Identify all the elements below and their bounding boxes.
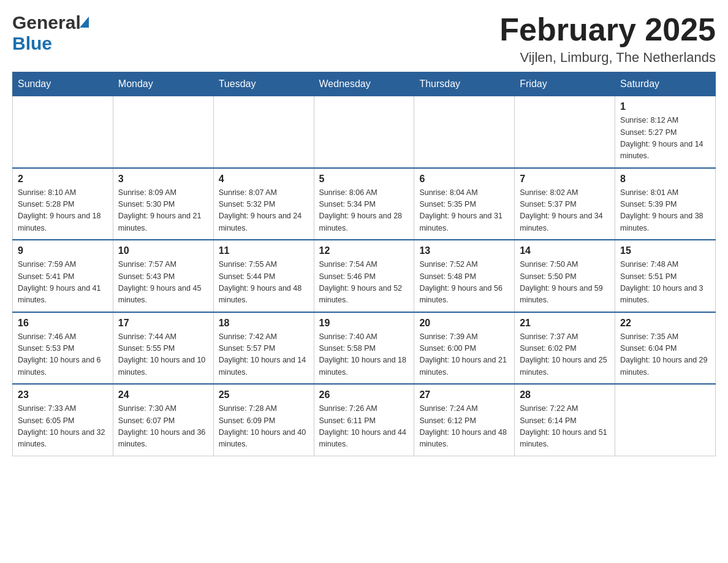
calendar-cell: 15Sunrise: 7:48 AMSunset: 5:51 PMDayligh… (615, 240, 716, 312)
day-info: Sunrise: 8:04 AMSunset: 5:35 PMDaylight:… (419, 187, 509, 235)
day-info: Sunrise: 7:30 AMSunset: 6:07 PMDaylight:… (118, 403, 208, 451)
calendar-cell: 6Sunrise: 8:04 AMSunset: 5:35 PMDaylight… (414, 168, 515, 240)
calendar-week-row: 2Sunrise: 8:10 AMSunset: 5:28 PMDaylight… (13, 168, 716, 240)
logo: General Blue (12, 12, 89, 54)
calendar-cell: 22Sunrise: 7:35 AMSunset: 6:04 PMDayligh… (615, 312, 716, 385)
calendar-cell: 19Sunrise: 7:40 AMSunset: 5:58 PMDayligh… (314, 312, 414, 385)
day-number: 22 (620, 318, 710, 329)
day-number: 6 (419, 174, 509, 185)
day-number: 27 (419, 389, 509, 400)
calendar-header-wednesday: Wednesday (314, 72, 414, 96)
calendar-cell: 23Sunrise: 7:33 AMSunset: 6:05 PMDayligh… (13, 384, 113, 456)
day-number: 2 (18, 174, 108, 185)
day-number: 10 (118, 245, 208, 256)
day-number: 14 (520, 245, 610, 256)
day-number: 23 (18, 389, 108, 400)
day-info: Sunrise: 7:48 AMSunset: 5:51 PMDaylight:… (620, 259, 710, 307)
day-number: 4 (219, 174, 309, 185)
calendar-cell: 26Sunrise: 7:26 AMSunset: 6:11 PMDayligh… (314, 384, 414, 456)
day-info: Sunrise: 7:50 AMSunset: 5:50 PMDaylight:… (520, 259, 610, 307)
day-info: Sunrise: 7:24 AMSunset: 6:12 PMDaylight:… (419, 403, 509, 451)
day-number: 1 (620, 101, 710, 112)
calendar-cell: 14Sunrise: 7:50 AMSunset: 5:50 PMDayligh… (515, 240, 615, 312)
day-info: Sunrise: 8:06 AMSunset: 5:34 PMDaylight:… (319, 187, 409, 235)
calendar-cell: 21Sunrise: 7:37 AMSunset: 6:02 PMDayligh… (515, 312, 615, 385)
calendar-cell: 2Sunrise: 8:10 AMSunset: 5:28 PMDaylight… (13, 168, 113, 240)
calendar-cell: 28Sunrise: 7:22 AMSunset: 6:14 PMDayligh… (515, 384, 615, 456)
day-number: 28 (520, 389, 610, 400)
calendar-week-row: 9Sunrise: 7:59 AMSunset: 5:41 PMDaylight… (13, 240, 716, 312)
day-number: 3 (118, 174, 208, 185)
calendar-cell: 7Sunrise: 8:02 AMSunset: 5:37 PMDaylight… (515, 168, 615, 240)
calendar-header-sunday: Sunday (13, 72, 113, 96)
day-info: Sunrise: 7:46 AMSunset: 5:53 PMDaylight:… (18, 331, 108, 379)
calendar-header-tuesday: Tuesday (213, 72, 314, 96)
day-number: 19 (319, 318, 409, 329)
calendar-header-monday: Monday (113, 72, 213, 96)
logo-general-text: General (12, 12, 81, 33)
day-number: 9 (18, 245, 108, 256)
calendar-cell: 8Sunrise: 8:01 AMSunset: 5:39 PMDaylight… (615, 168, 716, 240)
calendar-header-thursday: Thursday (414, 72, 515, 96)
calendar-cell (615, 384, 716, 456)
day-info: Sunrise: 7:44 AMSunset: 5:55 PMDaylight:… (118, 331, 208, 379)
day-info: Sunrise: 8:10 AMSunset: 5:28 PMDaylight:… (18, 187, 108, 235)
day-number: 20 (419, 318, 509, 329)
day-info: Sunrise: 8:01 AMSunset: 5:39 PMDaylight:… (620, 187, 710, 235)
title-section: February 2025 Vijlen, Limburg, The Nethe… (499, 12, 716, 66)
day-info: Sunrise: 7:52 AMSunset: 5:48 PMDaylight:… (419, 259, 509, 307)
day-info: Sunrise: 7:28 AMSunset: 6:09 PMDaylight:… (219, 403, 309, 451)
day-number: 17 (118, 318, 208, 329)
calendar-cell: 10Sunrise: 7:57 AMSunset: 5:43 PMDayligh… (113, 240, 213, 312)
day-number: 11 (219, 245, 309, 256)
day-number: 21 (520, 318, 610, 329)
day-number: 24 (118, 389, 208, 400)
calendar-cell (314, 96, 414, 168)
calendar-cell: 9Sunrise: 7:59 AMSunset: 5:41 PMDaylight… (13, 240, 113, 312)
calendar-cell: 18Sunrise: 7:42 AMSunset: 5:57 PMDayligh… (213, 312, 314, 385)
calendar-cell: 4Sunrise: 8:07 AMSunset: 5:32 PMDaylight… (213, 168, 314, 240)
page-header: General Blue February 2025 Vijlen, Limbu… (12, 12, 716, 66)
day-info: Sunrise: 7:35 AMSunset: 6:04 PMDaylight:… (620, 331, 710, 379)
day-info: Sunrise: 7:40 AMSunset: 5:58 PMDaylight:… (319, 331, 409, 379)
calendar-cell: 1Sunrise: 8:12 AMSunset: 5:27 PMDaylight… (615, 96, 716, 168)
day-info: Sunrise: 7:59 AMSunset: 5:41 PMDaylight:… (18, 259, 108, 307)
logo-arrow-icon (80, 17, 89, 28)
calendar-cell: 3Sunrise: 8:09 AMSunset: 5:30 PMDaylight… (113, 168, 213, 240)
calendar-week-row: 23Sunrise: 7:33 AMSunset: 6:05 PMDayligh… (13, 384, 716, 456)
calendar-cell: 5Sunrise: 8:06 AMSunset: 5:34 PMDaylight… (314, 168, 414, 240)
calendar-cell (213, 96, 314, 168)
day-info: Sunrise: 7:39 AMSunset: 6:00 PMDaylight:… (419, 331, 509, 379)
calendar-week-row: 16Sunrise: 7:46 AMSunset: 5:53 PMDayligh… (13, 312, 716, 385)
day-number: 26 (319, 389, 409, 400)
calendar-cell: 25Sunrise: 7:28 AMSunset: 6:09 PMDayligh… (213, 384, 314, 456)
calendar-week-row: 1Sunrise: 8:12 AMSunset: 5:27 PMDaylight… (13, 96, 716, 168)
day-number: 7 (520, 174, 610, 185)
calendar-cell (13, 96, 113, 168)
day-number: 25 (219, 389, 309, 400)
calendar-header-saturday: Saturday (615, 72, 716, 96)
day-info: Sunrise: 7:42 AMSunset: 5:57 PMDaylight:… (219, 331, 309, 379)
day-info: Sunrise: 7:33 AMSunset: 6:05 PMDaylight:… (18, 403, 108, 451)
day-info: Sunrise: 7:26 AMSunset: 6:11 PMDaylight:… (319, 403, 409, 451)
day-info: Sunrise: 8:12 AMSunset: 5:27 PMDaylight:… (620, 115, 710, 163)
calendar-table: SundayMondayTuesdayWednesdayThursdayFrid… (12, 72, 716, 456)
calendar-cell: 24Sunrise: 7:30 AMSunset: 6:07 PMDayligh… (113, 384, 213, 456)
day-number: 12 (319, 245, 409, 256)
day-info: Sunrise: 7:54 AMSunset: 5:46 PMDaylight:… (319, 259, 409, 307)
calendar-cell: 11Sunrise: 7:55 AMSunset: 5:44 PMDayligh… (213, 240, 314, 312)
logo-blue-text: Blue (12, 33, 52, 54)
day-number: 15 (620, 245, 710, 256)
calendar-title: February 2025 (499, 12, 716, 47)
calendar-cell: 20Sunrise: 7:39 AMSunset: 6:00 PMDayligh… (414, 312, 515, 385)
day-info: Sunrise: 7:57 AMSunset: 5:43 PMDaylight:… (118, 259, 208, 307)
calendar-cell: 13Sunrise: 7:52 AMSunset: 5:48 PMDayligh… (414, 240, 515, 312)
day-number: 5 (319, 174, 409, 185)
day-info: Sunrise: 7:55 AMSunset: 5:44 PMDaylight:… (219, 259, 309, 307)
day-info: Sunrise: 8:07 AMSunset: 5:32 PMDaylight:… (219, 187, 309, 235)
calendar-cell (414, 96, 515, 168)
calendar-cell: 17Sunrise: 7:44 AMSunset: 5:55 PMDayligh… (113, 312, 213, 385)
calendar-header-friday: Friday (515, 72, 615, 96)
day-number: 16 (18, 318, 108, 329)
day-info: Sunrise: 7:37 AMSunset: 6:02 PMDaylight:… (520, 331, 610, 379)
